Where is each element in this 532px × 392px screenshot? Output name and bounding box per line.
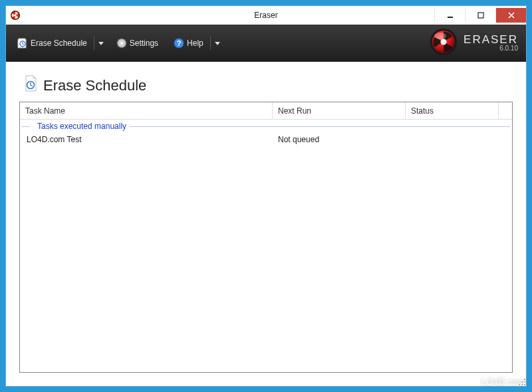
svg-text:?: ? xyxy=(177,39,182,47)
erase-schedule-button[interactable]: Erase Schedule xyxy=(13,35,91,52)
settings-label: Settings xyxy=(130,39,158,48)
app-icon xyxy=(10,10,21,21)
help-button[interactable]: ? Help xyxy=(169,35,207,52)
minimize-button[interactable] xyxy=(434,8,465,23)
svg-rect-4 xyxy=(478,13,483,18)
task-list-panel: Task Name Next Run Status Tasks executed… xyxy=(19,102,513,373)
schedule-icon xyxy=(17,37,29,49)
svg-point-7 xyxy=(120,42,123,45)
toolbar: Erase Schedule xyxy=(6,25,526,62)
chevron-down-icon xyxy=(215,42,220,45)
title-bar: Eraser xyxy=(6,6,526,25)
column-task-name[interactable]: Task Name xyxy=(20,102,273,119)
erase-schedule-dropdown[interactable] xyxy=(97,40,105,47)
settings-button[interactable]: Settings xyxy=(112,35,162,52)
task-row[interactable]: LO4D.com Test Not queued xyxy=(20,133,512,146)
task-nextrun-cell: Not queued xyxy=(273,135,406,144)
brand-icon xyxy=(429,27,458,58)
page-title-row: Erase Schedule xyxy=(23,75,513,96)
svg-point-13 xyxy=(441,39,447,45)
toolbar-separator xyxy=(94,37,94,50)
column-next-run[interactable]: Next Run xyxy=(273,102,406,119)
maximize-button[interactable] xyxy=(465,8,495,23)
help-dropdown[interactable] xyxy=(213,40,221,47)
svg-point-14 xyxy=(434,33,446,39)
gear-icon xyxy=(116,37,128,49)
brand-name: ERASER xyxy=(464,34,518,45)
page-title: Erase Schedule xyxy=(43,77,146,94)
svg-rect-3 xyxy=(448,17,453,18)
help-icon: ? xyxy=(173,37,185,49)
chevron-down-icon xyxy=(98,42,104,45)
schedule-icon xyxy=(23,75,38,96)
brand-version: 6.0.10 xyxy=(464,45,518,52)
erase-schedule-label: Erase Schedule xyxy=(31,39,87,48)
task-group-label: Tasks executed manually xyxy=(36,122,128,131)
svg-point-2 xyxy=(14,14,16,16)
task-group-header[interactable]: Tasks executed manually xyxy=(20,120,512,133)
list-header: Task Name Next Run Status xyxy=(20,102,512,120)
task-name-cell: LO4D.com Test xyxy=(20,135,273,144)
column-status[interactable]: Status xyxy=(406,102,499,119)
column-spacer xyxy=(499,102,512,119)
content-area: Erase Schedule Task Name Next Run Status… xyxy=(6,62,526,386)
help-label: Help xyxy=(187,39,203,48)
app-window: Eraser Erase S xyxy=(5,5,527,387)
toolbar-separator xyxy=(210,37,211,50)
close-button[interactable] xyxy=(495,8,526,23)
brand: ERASER 6.0.10 xyxy=(429,27,518,58)
